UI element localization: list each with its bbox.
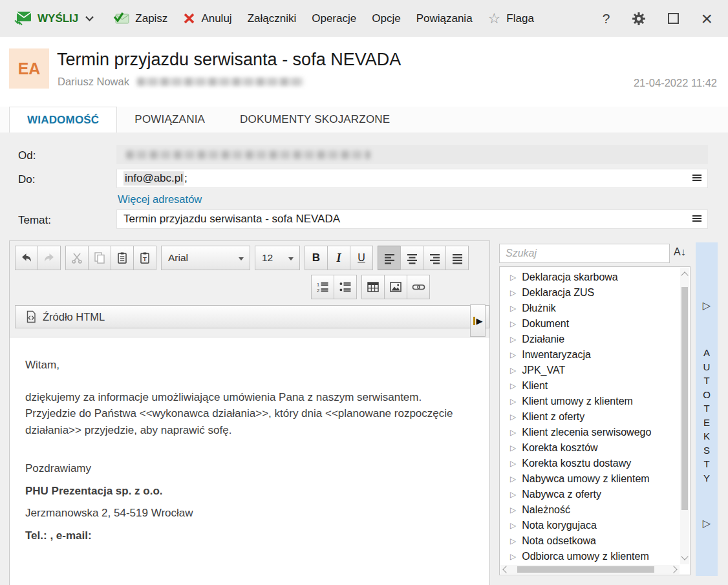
- expand-triangle-icon[interactable]: ▷: [510, 443, 516, 452]
- more-recipients-link[interactable]: Więcej adresatów: [118, 193, 202, 206]
- strip-expand-top-icon[interactable]: ▷: [696, 299, 718, 312]
- font-family-select[interactable]: Arial: [161, 246, 250, 270]
- bold-button[interactable]: B: [305, 246, 328, 270]
- tree-item[interactable]: ▷Deklaracja ZUS: [510, 285, 680, 301]
- relations-button[interactable]: Powiązania: [409, 8, 480, 29]
- expand-triangle-icon[interactable]: ▷: [510, 521, 516, 530]
- options-button[interactable]: Opcje: [364, 8, 408, 29]
- expand-triangle-icon[interactable]: ▷: [510, 366, 516, 375]
- tree-item[interactable]: ▷Nabywca umowy z klientem: [510, 471, 680, 487]
- tab-dokumenty-skojarzone[interactable]: DOKUMENTY SKOJARZONE: [222, 107, 407, 133]
- autotext-search-input[interactable]: [499, 244, 670, 263]
- sort-az-button[interactable]: A↓: [674, 246, 686, 258]
- tab-wiadomosc[interactable]: WIADOMOŚĆ: [9, 107, 117, 133]
- horizontal-scrollbar-thumb[interactable]: [517, 566, 654, 573]
- tree-item[interactable]: ▷Należność: [510, 502, 680, 518]
- expand-triangle-icon[interactable]: ▷: [510, 412, 516, 421]
- scroll-down-arrow-icon[interactable]: [681, 553, 688, 560]
- horizontal-scrollbar[interactable]: [500, 565, 680, 574]
- scroll-right-arrow-icon[interactable]: [670, 566, 677, 573]
- redo-button[interactable]: [37, 246, 61, 270]
- tree-item[interactable]: ▷Dokument: [510, 316, 680, 332]
- scroll-left-arrow-icon[interactable]: [502, 566, 509, 573]
- tree-item[interactable]: ▷Klient: [510, 378, 680, 394]
- tree-item[interactable]: ▷Nota odsetkowa: [510, 533, 680, 549]
- tree-item[interactable]: ▷Klient z oferty: [510, 409, 680, 425]
- tree-item[interactable]: ▷Odbiorca umowy z klientem: [510, 549, 680, 564]
- save-button[interactable]: Zapisz: [105, 8, 175, 29]
- tree-item[interactable]: ▷Nabywca z oferty: [510, 487, 680, 502]
- flag-button[interactable]: ☆ Flaga: [480, 8, 542, 30]
- expand-triangle-icon[interactable]: ▷: [510, 273, 516, 282]
- justify-button[interactable]: [445, 246, 469, 270]
- tree-item[interactable]: ▷Działanie: [510, 332, 680, 347]
- help-button[interactable]: ?: [603, 11, 610, 27]
- from-field[interactable]: [116, 145, 708, 164]
- tree-item[interactable]: ▷JPK_VAT: [510, 363, 680, 378]
- paste-button[interactable]: [111, 246, 134, 270]
- tree-item[interactable]: ▷Deklaracja skarbowa: [510, 270, 680, 285]
- editor-expand-button[interactable]: ▶: [470, 304, 486, 337]
- attachments-button[interactable]: Załączniki: [240, 8, 305, 29]
- html-source-icon: [25, 310, 37, 323]
- vertical-scrollbar-thumb[interactable]: [681, 287, 688, 510]
- autotext-side-strip[interactable]: ▷ AUTOTEKSTY ▷: [696, 242, 718, 576]
- settings-gear-icon[interactable]: [632, 12, 646, 26]
- align-right-button[interactable]: [423, 246, 446, 270]
- insert-link-button[interactable]: [407, 275, 430, 299]
- underline-button[interactable]: U: [350, 246, 373, 270]
- expand-triangle-icon[interactable]: ▷: [510, 490, 516, 499]
- subject-field-menu-icon[interactable]: [692, 214, 702, 224]
- send-button[interactable]: WYŚLIJ: [6, 7, 100, 30]
- tree-item-label: Nota odsetkowa: [522, 535, 596, 547]
- close-button[interactable]: ×: [701, 13, 712, 24]
- to-field[interactable]: info@abc.pl ;: [116, 169, 708, 188]
- message-body-editor[interactable]: Witam, dziękujemy za informacje umożliwi…: [10, 337, 489, 585]
- expand-triangle-icon[interactable]: ▷: [510, 335, 516, 344]
- strip-expand-bottom-icon[interactable]: ▷: [696, 517, 718, 529]
- expand-triangle-icon[interactable]: ▷: [510, 304, 516, 313]
- subject-field[interactable]: Termin przyjazdu serwisanta - sofa NEVAD…: [116, 209, 708, 229]
- italic-button[interactable]: I: [327, 246, 350, 270]
- expand-triangle-icon[interactable]: ▷: [510, 397, 516, 406]
- tree-item[interactable]: ▷Korekta kosztu dostawy: [510, 456, 680, 471]
- ordered-list-button[interactable]: 12: [311, 275, 334, 299]
- insert-table-button[interactable]: [361, 275, 385, 299]
- tree-item[interactable]: ▷Klient zlecenia serwisowego: [510, 425, 680, 440]
- align-left-button[interactable]: [378, 246, 401, 270]
- copy-button[interactable]: [88, 246, 111, 270]
- expand-triangle-icon[interactable]: ▷: [510, 428, 516, 437]
- expand-triangle-icon[interactable]: ▷: [510, 381, 516, 390]
- to-field-menu-icon[interactable]: [692, 173, 702, 184]
- operations-button[interactable]: Operacje: [304, 8, 364, 29]
- paste-as-text-button[interactable]: T: [133, 246, 156, 270]
- align-center-button[interactable]: [400, 246, 423, 270]
- tree-item[interactable]: ▷Dłużnik: [510, 301, 680, 316]
- expand-triangle-icon[interactable]: ▷: [510, 552, 516, 561]
- expand-triangle-icon[interactable]: ▷: [510, 474, 516, 484]
- expand-triangle-icon[interactable]: ▷: [510, 537, 516, 546]
- tree-item[interactable]: ▷Korekta kosztów: [510, 440, 680, 456]
- vertical-scrollbar[interactable]: [680, 268, 689, 564]
- expand-triangle-icon[interactable]: ▷: [510, 288, 516, 297]
- cut-button[interactable]: [65, 246, 89, 270]
- undo-button[interactable]: [15, 246, 38, 270]
- expand-triangle-icon[interactable]: ▷: [510, 459, 516, 468]
- expand-triangle-icon[interactable]: ▷: [510, 350, 516, 359]
- alignment-group: [378, 246, 469, 270]
- scroll-up-arrow-icon[interactable]: [681, 271, 688, 279]
- expand-triangle-icon[interactable]: ▷: [510, 319, 516, 328]
- tree-item[interactable]: ▷Inwentaryzacja: [510, 347, 680, 363]
- body-greeting: Witam,: [25, 357, 460, 374]
- maximize-button[interactable]: [668, 13, 679, 24]
- expand-triangle-icon[interactable]: ▷: [510, 505, 516, 515]
- to-recipient-chip[interactable]: info@abc.pl: [123, 171, 184, 186]
- font-size-select[interactable]: 12: [255, 246, 300, 270]
- tree-item[interactable]: ▷Nota korygujaca: [510, 518, 680, 533]
- tree-item[interactable]: ▷Klient umowy z klientem: [510, 394, 680, 409]
- tab-powiazania[interactable]: POWIĄZANIA: [117, 107, 222, 133]
- bullet-list-button[interactable]: [334, 275, 357, 299]
- insert-image-button[interactable]: [384, 275, 407, 299]
- html-source-button[interactable]: Źródło HTML: [15, 305, 489, 328]
- cancel-button[interactable]: Anuluj: [175, 8, 239, 29]
